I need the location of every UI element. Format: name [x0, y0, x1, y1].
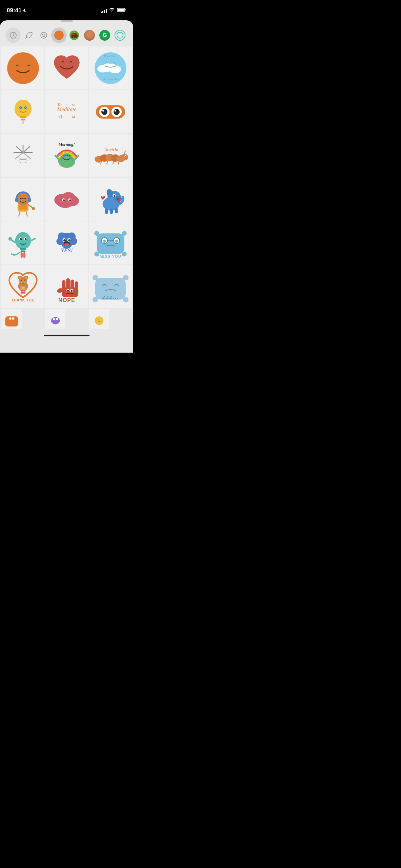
- sticker-lightbulb[interactable]: [1, 90, 44, 133]
- svg-rect-179: [5, 316, 18, 327]
- svg-rect-101: [20, 252, 22, 257]
- svg-rect-72: [28, 198, 31, 202]
- sticker-yes[interactable]: YES!: [45, 221, 88, 264]
- sticker-stretch[interactable]: Stretch!: [89, 134, 132, 177]
- category-emoji[interactable]: [36, 27, 51, 43]
- svg-text:◁: ◁: [58, 114, 62, 119]
- svg-text:the blue sky: the blue sky: [103, 77, 117, 81]
- category-app[interactable]: [113, 27, 128, 43]
- svg-point-181: [12, 317, 14, 319]
- sticker-happy-circle[interactable]: [1, 46, 44, 90]
- svg-point-104: [8, 237, 12, 241]
- svg-point-19: [20, 107, 21, 108]
- svg-point-175: [123, 275, 128, 280]
- svg-point-3: [41, 32, 47, 38]
- svg-point-20: [25, 107, 26, 108]
- svg-line-66: [118, 161, 119, 164]
- sticker-partial-mid[interactable]: [45, 309, 65, 329]
- svg-rect-100: [20, 250, 25, 252]
- phone-frame: 09:41 ➤: [0, 0, 133, 353]
- svg-rect-1: [118, 9, 124, 11]
- sticker-miss-you[interactable]: MISS YOU: [89, 221, 132, 264]
- svg-rect-96: [110, 208, 113, 214]
- svg-rect-15: [20, 116, 26, 118]
- svg-point-152: [22, 281, 24, 282]
- svg-text:Meditate: Meditate: [57, 106, 77, 113]
- svg-point-76: [32, 207, 35, 210]
- svg-point-174: [92, 275, 98, 280]
- category-recent[interactable]: [5, 27, 21, 43]
- signal-bar-4: [106, 9, 107, 13]
- svg-line-74: [26, 211, 27, 216]
- svg-point-177: [123, 297, 128, 302]
- svg-text:◦: ◦: [66, 115, 67, 118]
- svg-point-112: [20, 243, 25, 246]
- svg-line-37: [23, 146, 30, 153]
- svg-point-111: [26, 238, 26, 239]
- status-bar: 09:41 ➤: [0, 0, 133, 17]
- svg-rect-99: [20, 248, 26, 250]
- sticker-stress[interactable]: [1, 134, 44, 177]
- svg-point-185: [95, 316, 103, 325]
- category-acorn[interactable]: 🌰: [67, 27, 82, 43]
- svg-text:Remember: Remember: [103, 54, 117, 57]
- svg-text:NOPE: NOPE: [58, 297, 75, 303]
- sticker-zzz[interactable]: ZZZ...: [89, 265, 132, 308]
- svg-point-150: [22, 280, 22, 280]
- svg-point-32: [101, 109, 107, 115]
- svg-point-136: [94, 231, 99, 236]
- svg-point-44: [20, 162, 21, 163]
- category-grammarly[interactable]: G: [97, 27, 113, 43]
- category-leaf[interactable]: [21, 27, 36, 43]
- svg-text:▷: ▷: [58, 102, 62, 107]
- svg-text:Stretch!: Stretch!: [105, 147, 118, 152]
- status-time: 09:41 ➤: [7, 7, 26, 14]
- svg-point-5: [44, 34, 45, 35]
- svg-point-170: [71, 290, 72, 291]
- sticker-thank-you[interactable]: THANK YOU: [1, 265, 44, 308]
- category-row: 🌰 G: [0, 25, 133, 46]
- svg-rect-95: [105, 208, 108, 214]
- svg-point-124: [69, 239, 70, 240]
- svg-line-105: [31, 238, 35, 240]
- sticker-headphones[interactable]: [1, 178, 44, 221]
- sticker-heart[interactable]: [45, 46, 88, 90]
- svg-point-85: [64, 199, 64, 200]
- sticker-morning[interactable]: ✦ ✦ Morning!: [45, 134, 88, 177]
- svg-point-151: [24, 280, 24, 280]
- svg-point-83: [63, 199, 65, 201]
- svg-point-11: [107, 63, 116, 71]
- sticker-googly-eyes[interactable]: [89, 90, 132, 133]
- sticker-blue-sky[interactable]: Remember the blue sky: [89, 46, 132, 90]
- sticker-partial-right[interactable]: [89, 309, 109, 329]
- svg-point-94: [117, 198, 120, 203]
- sticker-teal-lightbulb[interactable]: [1, 221, 44, 264]
- sticker-blue-dog[interactable]: [89, 178, 132, 221]
- svg-point-93: [113, 195, 115, 197]
- sticker-meditate[interactable]: Meditate ▷ ◦ ▭ ◁ ◦ ω: [45, 90, 88, 133]
- svg-rect-102: [23, 252, 25, 257]
- category-person1[interactable]: [82, 27, 97, 43]
- svg-point-135: [115, 240, 118, 243]
- sticker-partial-left[interactable]: [1, 309, 22, 329]
- svg-point-58: [121, 154, 128, 160]
- svg-point-84: [69, 199, 71, 201]
- svg-rect-128: [97, 233, 124, 254]
- svg-text:▭: ▭: [72, 102, 75, 106]
- svg-text:ω: ω: [72, 114, 75, 118]
- signal-bar-3: [104, 10, 105, 13]
- sheet-handle: [61, 20, 73, 22]
- svg-rect-69: [19, 205, 27, 210]
- svg-line-65: [113, 161, 114, 164]
- time-display: 09:41: [7, 7, 21, 14]
- svg-point-134: [103, 240, 106, 243]
- svg-point-14: [14, 100, 31, 118]
- category-headspace[interactable]: [51, 27, 66, 43]
- sticker-pink-cloud[interactable]: [45, 178, 88, 221]
- svg-point-138: [94, 252, 99, 256]
- svg-point-169: [67, 290, 68, 291]
- svg-point-184: [56, 318, 58, 320]
- sticker-nope[interactable]: NOPE: [45, 265, 88, 308]
- location-arrow-icon: ➤: [22, 7, 28, 14]
- svg-line-75: [28, 205, 33, 208]
